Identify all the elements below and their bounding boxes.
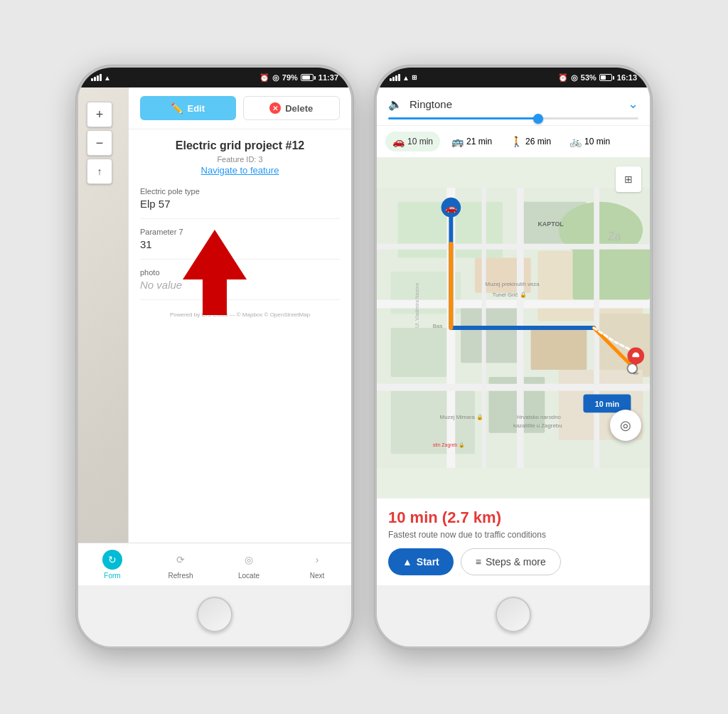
right-home-button[interactable] [496, 597, 531, 632]
edit-icon: ✏️ [171, 102, 183, 114]
ringtone-label: Ringtone [410, 98, 452, 110]
svg-text:Ul. Vladimira Nazora: Ul. Vladimira Nazora [414, 283, 419, 328]
svg-rect-8 [391, 328, 447, 377]
volume-icon: 🔈 [388, 97, 402, 111]
right-battery-icon [599, 74, 614, 81]
left-phone-content: + − ↑ ✏️ Edit ✕ Delete Electric [78, 87, 351, 585]
chevron-down-icon[interactable]: ⌄ [628, 96, 638, 112]
refresh-nav-icon: ⟳ [171, 550, 191, 570]
locate-nav-icon: ◎ [239, 550, 259, 570]
svg-text:kazalište u Zagrebu: kazalište u Zagrebu [513, 422, 562, 429]
right-alarm-icon: ⏰ [558, 73, 568, 82]
battery-icon [301, 74, 316, 81]
nav-item-next[interactable]: › Next [283, 550, 351, 580]
svg-rect-21 [377, 244, 650, 250]
battery-percent: 79% [282, 73, 298, 82]
next-nav-icon: › [307, 550, 327, 570]
start-icon: ▲ [402, 556, 412, 568]
layers-button[interactable]: ⊞ [616, 166, 641, 192]
right-time-display: 16:13 [617, 73, 637, 82]
right-map-area: 🚗 KAPTOL Za Muzej prekinutih veza Tunel … [377, 158, 650, 498]
right-phone-content: 🔈 Ringtone ⌄ 🚗 10 min 🚌 21 [377, 87, 650, 585]
tab-bike[interactable]: 🚲 10 min [562, 132, 617, 151]
svg-rect-16 [573, 244, 650, 300]
svg-rect-20 [377, 384, 650, 391]
tab-car[interactable]: 🚗 10 min [385, 132, 440, 151]
left-status-left: ▲ [91, 74, 111, 82]
start-label: Start [417, 556, 439, 568]
route-panel: 10 min (2.7 km) Fastest route now due to… [377, 498, 650, 585]
start-button[interactable]: ▲ Start [388, 548, 454, 575]
car-icon: 🚗 [392, 136, 405, 147]
right-wifi-icon: ▲ [402, 74, 410, 82]
screenshot-container: ▲ ⏰ ◎ 79% 11:37 + − ↑ [62, 51, 666, 663]
zoom-out-button[interactable]: − [87, 130, 112, 156]
signal-icon [91, 74, 102, 81]
bus-time: 21 min [466, 137, 492, 146]
compass-button[interactable]: ↑ [87, 159, 112, 184]
walk-icon: 🚶 [510, 136, 523, 147]
photo-value: No value [140, 279, 340, 291]
svg-text:Muzej prekinutih veza: Muzej prekinutih veza [486, 281, 540, 287]
delete-label: Delete [285, 103, 313, 114]
tab-bus[interactable]: 🚌 21 min [444, 132, 499, 151]
wifi-icon: ▲ [104, 74, 111, 82]
right-phone: ▲ ⊞ ⏰ ◎ 53% 16:13 🔈 Ring [375, 65, 652, 649]
zoom-in-button[interactable]: + [87, 102, 112, 127]
svg-text:10 min: 10 min [595, 400, 619, 408]
nav-item-refresh[interactable]: ⟳ Refresh [146, 550, 215, 580]
bus-icon: 🚌 [451, 136, 464, 147]
svg-point-27 [633, 372, 638, 375]
navigate-to-feature-link[interactable]: Navigate to feature [140, 165, 340, 176]
svg-rect-10 [531, 328, 587, 370]
edit-label: Edit [187, 103, 205, 114]
bike-icon: 🚲 [569, 136, 582, 147]
slider-fill [388, 117, 538, 119]
feature-panel: ✏️ Edit ✕ Delete Electric grid project #… [128, 87, 351, 543]
parameter7-value: 31 [140, 238, 340, 250]
nav-item-form[interactable]: ↻ Form [78, 550, 146, 580]
right-phone-bottom [377, 585, 650, 646]
ringtone-bar: 🔈 Ringtone ⌄ [377, 87, 650, 126]
delete-button[interactable]: ✕ Delete [243, 96, 341, 120]
svg-text:KAPTOL: KAPTOL [537, 220, 564, 228]
svg-text:Tunel Grič 🔒: Tunel Grič 🔒 [492, 291, 526, 298]
form-nav-label: Form [104, 572, 120, 580]
left-status-right: ⏰ ◎ 79% 11:37 [259, 73, 338, 82]
walk-time: 26 min [525, 137, 551, 146]
location-icon: ◎ [272, 73, 279, 82]
right-battery-percent: 53% [581, 73, 596, 82]
right-signal-icon [390, 74, 400, 81]
bottom-navigation: ↻ Form ⟳ Refresh ◎ Locate [78, 543, 351, 585]
svg-text:Bas: Bas [433, 323, 443, 329]
right-location-icon: ◎ [571, 73, 578, 82]
field-group-pole-type: Electric pole type Elp 57 [140, 187, 340, 219]
delete-x-icon: ✕ [269, 102, 281, 114]
ringtone-row: 🔈 Ringtone ⌄ [388, 96, 638, 112]
locate-nav-label: Locate [238, 572, 259, 580]
steps-label: Steps & more [486, 556, 546, 568]
bike-time: 10 min [584, 137, 610, 146]
feature-id: Feature ID: 3 [140, 155, 340, 164]
nav-item-locate[interactable]: ◎ Locate [215, 550, 283, 580]
right-status-bar: ▲ ⊞ ⏰ ◎ 53% 16:13 [377, 68, 650, 87]
steps-button[interactable]: ≡ Steps & more [461, 548, 561, 575]
pole-type-value: Elp 57 [140, 198, 340, 210]
location-button[interactable]: ◎ [610, 410, 641, 441]
home-button[interactable] [197, 597, 232, 632]
edit-button[interactable]: ✏️ Edit [140, 96, 236, 120]
right-image-icon: ⊞ [412, 74, 417, 81]
form-nav-icon: ↻ [102, 550, 122, 570]
steps-icon: ≡ [476, 556, 481, 568]
volume-slider[interactable] [388, 117, 638, 119]
route-subtitle: Fastest route now due to traffic conditi… [388, 530, 638, 540]
time-display: 11:37 [318, 73, 338, 82]
tab-walk[interactable]: 🚶 26 min [503, 132, 558, 151]
slider-thumb[interactable] [533, 114, 543, 124]
panel-toolbar: ✏️ Edit ✕ Delete [129, 87, 351, 129]
alarm-icon: ⏰ [259, 73, 269, 82]
pole-type-label: Electric pole type [140, 187, 340, 196]
svg-text:Za: Za [608, 230, 621, 243]
map-svg: 🚗 KAPTOL Za Muzej prekinutih veza Tunel … [377, 158, 650, 498]
svg-text:Hrvatsko narodno: Hrvatsko narodno [517, 414, 562, 420]
